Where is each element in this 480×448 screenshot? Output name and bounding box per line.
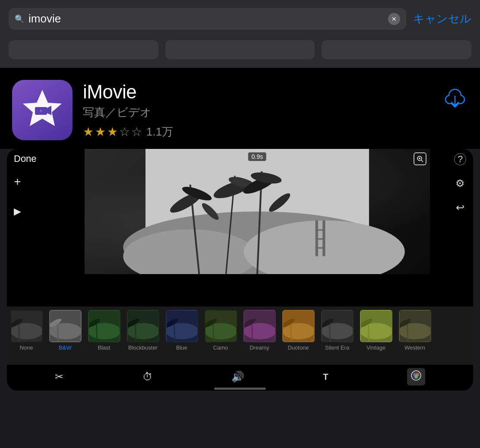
star-4: ☆ (119, 125, 130, 139)
filter-none-label: None (19, 344, 33, 351)
search-icon: 🔍 (15, 14, 24, 24)
filter-blue[interactable]: Blue (162, 310, 201, 351)
filter-blockbuster-label: Blockbuster (128, 344, 158, 351)
filter-blue-thumb[interactable] (166, 310, 198, 342)
filter-western-label: Western (404, 344, 425, 351)
speed-icon[interactable]: ⏱ (142, 371, 153, 383)
svg-point-4 (40, 110, 42, 112)
cancel-button[interactable]: キャンセル (413, 11, 471, 26)
star-2: ★ (95, 125, 106, 139)
star-5: ☆ (131, 125, 142, 139)
done-button[interactable]: Done (14, 153, 37, 164)
audio-icon[interactable]: 🔊 (231, 371, 244, 383)
stub-button-2 (165, 40, 315, 59)
filter-strip: None B&W (7, 306, 473, 365)
star-3: ★ (107, 125, 118, 139)
filter-dreamy-label: Dreamy (249, 344, 269, 351)
settings-icon[interactable]: ⚙ (455, 177, 465, 189)
filter-duotone-label: Duotone (287, 344, 309, 351)
filter-bw-thumb[interactable] (49, 310, 82, 342)
filter-icon[interactable] (407, 368, 425, 385)
filter-western-thumb[interactable] (399, 310, 431, 342)
stub-button-3 (322, 40, 471, 59)
stub-button-1 (9, 40, 158, 59)
imovie-ui: Done ? ⚙ ↩ + ▶ (7, 149, 473, 391)
filter-camo-thumb[interactable] (205, 310, 237, 342)
app-name: iMovie (83, 82, 432, 102)
right-icons: ? ⚙ ↩ (454, 153, 466, 214)
filter-blockbuster-thumb[interactable] (127, 310, 159, 342)
filter-silent-era[interactable]: Silent Era (318, 310, 357, 351)
cut-icon[interactable]: ✂ (55, 371, 63, 383)
filter-bw[interactable]: B&W (46, 310, 85, 351)
clear-search-button[interactable]: ✕ (388, 13, 400, 25)
app-category: 写真／ビデオ (83, 105, 432, 120)
svg-point-77 (414, 375, 418, 379)
app-info: iMovie 写真／ビデオ ★ ★ ★ ☆ ☆ 1.1万 (83, 80, 432, 139)
undo-icon[interactable]: ↩ (456, 202, 464, 214)
filter-duotone-thumb[interactable] (282, 310, 315, 342)
filter-blockbuster[interactable]: Blockbuster (123, 310, 162, 351)
filter-duotone[interactable]: Duotone (279, 310, 318, 351)
filter-silent-thumb[interactable] (321, 310, 354, 342)
filter-none[interactable]: None (7, 310, 46, 351)
search-header: 🔍 imovie ✕ キャンセル (0, 0, 480, 36)
filter-camo[interactable]: Camo (201, 310, 240, 351)
filter-vintage-label: Vintage (366, 344, 385, 351)
filter-blue-label: Blue (176, 344, 187, 351)
text-icon[interactable]: T (323, 372, 328, 382)
filter-silent-era-label: Silent Era (325, 344, 349, 351)
cloud-download-icon (442, 90, 468, 115)
search-query: imovie (28, 12, 384, 25)
filter-camo-label: Camo (213, 344, 228, 351)
stub-row (0, 36, 480, 68)
filter-dreamy-thumb[interactable] (243, 310, 276, 342)
filter-vintage[interactable]: Vintage (357, 310, 395, 351)
filter-none-thumb[interactable] (10, 310, 43, 342)
rating-stars: ★ ★ ★ ☆ ☆ (83, 125, 142, 139)
filter-blast-label: Blast (98, 344, 111, 351)
rating-count: 1.1万 (146, 124, 173, 139)
stars-row: ★ ★ ★ ☆ ☆ 1.1万 (83, 124, 432, 139)
imovie-top-bar: Done ? ⚙ ↩ (7, 149, 473, 218)
app-icon (12, 80, 73, 140)
filter-blast-thumb[interactable] (88, 310, 120, 342)
help-icon[interactable]: ? (454, 153, 466, 165)
star-1: ★ (83, 125, 94, 139)
app-header-row: iMovie 写真／ビデオ ★ ★ ★ ☆ ☆ 1.1万 (12, 80, 468, 140)
imovie-logo-svg (19, 86, 66, 134)
filter-dreamy[interactable]: Dreamy (240, 310, 279, 351)
home-indicator (214, 388, 266, 390)
filter-blast[interactable]: Blast (85, 310, 123, 351)
download-button[interactable] (442, 84, 468, 114)
filter-bw-label: B&W (59, 344, 72, 351)
imovie-toolbar: ✂ ⏱ 🔊 T (7, 366, 473, 387)
screenshot-container: Done ? ⚙ ↩ + ▶ (7, 149, 473, 391)
app-detail: iMovie 写真／ビデオ ★ ★ ★ ☆ ☆ 1.1万 (0, 68, 480, 149)
search-bar[interactable]: 🔍 imovie ✕ (9, 8, 406, 30)
filter-western[interactable]: Western (395, 310, 434, 351)
filter-vintage-thumb[interactable] (360, 310, 392, 342)
